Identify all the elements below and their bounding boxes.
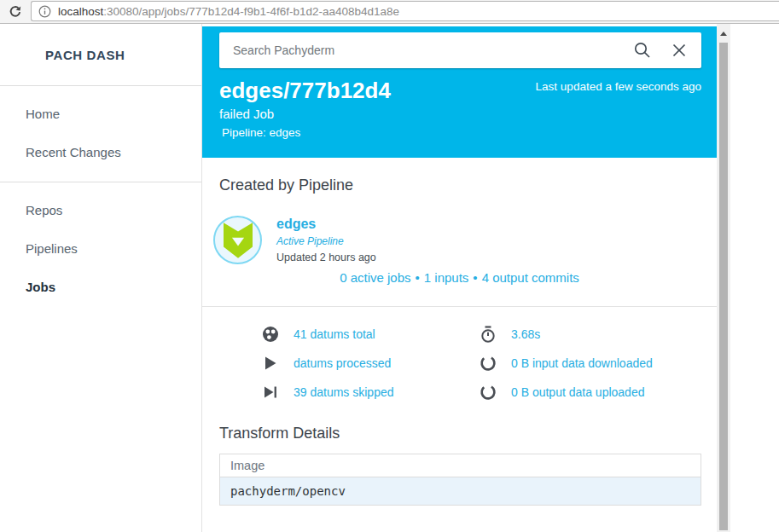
close-icon[interactable] [671,42,688,59]
link-separator: • [473,270,477,285]
table-header-row: Image [220,454,701,477]
pipeline-links: 0 active jobs•1 inputs•4 output commits [202,270,717,285]
stat-input-downloaded: 0 B input data downloaded [480,355,653,372]
upload-icon [480,384,497,401]
job-status: failed Job [219,107,701,121]
job-title: edges/777b12d4 [219,78,391,104]
sidebar-item-repos[interactable]: Repos [0,191,201,229]
play-icon [262,356,279,371]
url-host: localhost [58,5,103,18]
job-header: edges/777b12d4 Last updated a few second… [202,26,717,158]
stat-label: 39 datums skipped [294,385,394,399]
active-jobs-link[interactable]: 0 active jobs [340,270,410,285]
stat-output-uploaded: 0 B output data uploaded [480,384,653,401]
sidebar-item-jobs[interactable]: Jobs [0,268,201,306]
output-commits-link[interactable]: 4 output commits [482,270,579,285]
url-path: :30080/app/jobs/777b12d4-f9b1-4f6f-b1d2-… [103,5,399,18]
image-cell: pachyderm/opencv [220,477,701,506]
created-by-heading: Created by Pipeline [219,176,717,194]
stat-datums-skipped: 39 datums skipped [262,384,480,401]
job-pipeline-label: Pipeline: edges [219,126,701,139]
browser-bar: localhost:30080/app/jobs/777b12d4-f9b1-4… [0,0,779,24]
pipeline-state: Active Pipeline [276,235,376,247]
url-bar[interactable]: localhost:30080/app/jobs/777b12d4-f9b1-4… [31,1,779,21]
pipeline-avatar [213,216,262,264]
main-panel: edges/777b12d4 Last updated a few second… [202,24,717,532]
vertical-scrollbar[interactable] [717,24,730,532]
skip-icon [262,385,279,400]
pipeline-updated: Updated 2 hours ago [276,252,376,263]
scroll-up-icon [720,32,727,36]
search-input[interactable] [233,43,633,57]
link-separator: • [416,270,420,285]
download-icon [480,355,497,372]
scrollbar-thumb[interactable] [719,43,728,530]
search-icon[interactable] [633,41,652,60]
page-info-icon[interactable] [38,5,51,18]
last-updated-text: Last updated a few seconds ago [536,80,701,93]
datums-total-icon [262,326,279,343]
image-column-header: Image [220,454,701,477]
stat-label: 3.68s [511,327,540,341]
pachyderm-shield-icon [224,222,253,259]
sidebar: PACH DASH Home Recent Changes Repos Pipe… [0,24,202,532]
scroll-up-button[interactable] [717,24,730,43]
stat-duration: 3.68s [480,326,653,343]
job-details: Created by Pipeline edges Active Pipelin… [202,158,717,532]
stat-datums-processed: datums processed [262,355,480,372]
transform-table: Image pachyderm/opencv [219,454,701,506]
reload-button[interactable] [0,0,31,23]
job-stats: 41 datums total datums processed [202,307,717,401]
transform-details-heading: Transform Details [219,425,717,442]
stat-label: 0 B input data downloaded [511,356,653,370]
reload-icon [9,5,22,19]
sidebar-item-pipelines[interactable]: Pipelines [0,229,201,268]
pipeline-name-link[interactable]: edges [276,217,376,232]
table-row[interactable]: pachyderm/opencv [220,477,701,506]
app-brand: PACH DASH [0,24,201,85]
inputs-link[interactable]: 1 inputs [424,270,469,285]
sidebar-item-recent-changes[interactable]: Recent Changes [0,133,201,171]
stat-label: 41 datums total [294,327,375,341]
pipeline-card: edges Active Pipeline Updated 2 hours ag… [213,216,717,264]
stat-label: 0 B output data uploaded [511,385,644,399]
page-gutter [730,24,779,532]
stat-datums-total: 41 datums total [262,326,480,343]
stopwatch-icon [480,326,497,343]
stat-label: datums processed [294,356,391,370]
search-bar [219,32,701,68]
sidebar-item-home[interactable]: Home [0,95,201,133]
